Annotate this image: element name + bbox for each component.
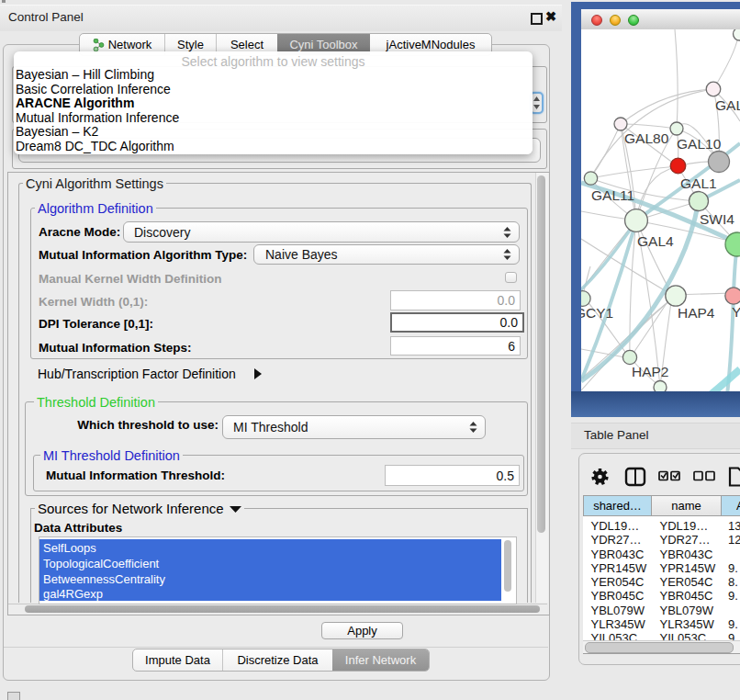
svg-text:GAL80: GAL80 (624, 130, 669, 146)
svg-text:GAL4: GAL4 (637, 233, 674, 249)
svg-text:SWI4: SWI4 (700, 211, 734, 227)
svg-text:GAL1: GAL1 (680, 175, 717, 191)
svg-text:GAL7: GAL7 (715, 97, 740, 113)
svg-text:HAP4: HAP4 (678, 305, 715, 321)
svg-text:GAL11: GAL11 (591, 187, 634, 203)
svg-text:HAP2: HAP2 (632, 364, 669, 379)
svg-text:GCY1: GCY1 (581, 305, 613, 321)
svg-text:YB: YB (732, 304, 740, 320)
svg-text:GAL10: GAL10 (677, 136, 722, 152)
